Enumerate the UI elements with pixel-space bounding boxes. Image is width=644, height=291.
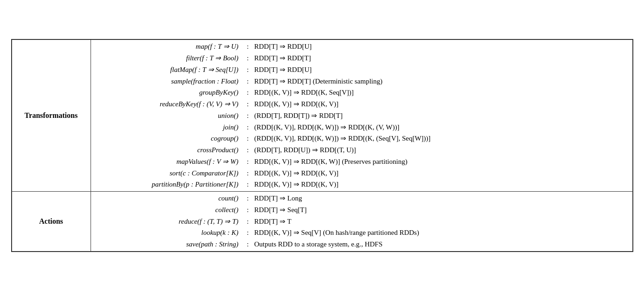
operation-row: lookup(k : K) : RDD[(K, V)] ⇒ Seq[V] (On…: [93, 227, 631, 239]
operation-name: count(): [93, 193, 241, 204]
operation-name: sample(fraction : Float): [93, 76, 241, 87]
operation-name: crossProduct(): [93, 144, 241, 156]
operation-row: groupByKey() : RDD[(K, V)] ⇒ RDD[(K, Seq…: [93, 87, 631, 98]
operation-name: sort(c : Comparator[K]): [93, 168, 241, 179]
operation-row: reduceByKey(f : (V, V) ⇒ V) : RDD[(K, V)…: [93, 98, 631, 110]
operation-signature: (RDD[(K, V)], RDD[(K, W)]) ⇒ RDD[(K, (Se…: [254, 133, 431, 144]
category-cell: Actions: [12, 192, 91, 252]
operation-row: flatMap(f : T ⇒ Seq[U]) : RDD[T] ⇒ RDD[U…: [93, 64, 631, 76]
operation-colon: :: [241, 227, 254, 239]
operation-colon: :: [241, 133, 254, 144]
operation-signature: RDD[T] ⇒ Seq[T]: [254, 204, 307, 216]
operation-name: flatMap(f : T ⇒ Seq[U]): [93, 64, 241, 76]
operation-row: reduce(f : (T, T) ⇒ T) : RDD[T] ⇒ T: [93, 216, 631, 227]
operation-name: mapValues(f : V ⇒ W): [93, 156, 241, 168]
operation-row: map(f : T ⇒ U) : RDD[T] ⇒ RDD[U]: [93, 41, 631, 52]
operation-signature: RDD[T] ⇒ RDD[T] (Deterministic sampling): [254, 76, 383, 87]
operation-row: crossProduct() : (RDD[T], RDD[U]) ⇒ RDD[…: [93, 144, 631, 156]
operation-colon: :: [241, 156, 254, 168]
operation-signature: RDD[T] ⇒ RDD[U]: [254, 41, 312, 52]
operation-signature: RDD[(K, V)] ⇒ RDD[(K, V)]: [254, 98, 339, 110]
operation-row: count() : RDD[T] ⇒ Long: [93, 193, 631, 204]
operation-signature: (RDD[(K, V)], RDD[(K, W)]) ⇒ RDD[(K, (V,…: [254, 122, 400, 133]
operation-colon: :: [241, 110, 254, 122]
operation-row: union() : (RDD[T], RDD[T]) ⇒ RDD[T]: [93, 110, 631, 122]
operation-signature: RDD[T] ⇒ Long: [254, 193, 302, 204]
operation-name: groupByKey(): [93, 87, 241, 98]
operation-row: save(path : String) : Outputs RDD to a s…: [93, 239, 631, 250]
operation-signature: RDD[(K, V)] ⇒ RDD[(K, V)]: [254, 168, 339, 179]
operation-row: filter(f : T ⇒ Bool) : RDD[T] ⇒ RDD[T]: [93, 52, 631, 64]
operation-signature: RDD[(K, V)] ⇒ RDD[(K, W)] (Preserves par…: [254, 156, 408, 168]
operation-signature: RDD[T] ⇒ RDD[U]: [254, 64, 312, 76]
operation-colon: :: [241, 122, 254, 133]
operation-colon: :: [241, 52, 254, 64]
operation-name: filter(f : T ⇒ Bool): [93, 52, 241, 64]
operation-signature: RDD[(K, V)] ⇒ RDD[(K, Seq[V])]: [254, 87, 354, 98]
operations-cell: count() : RDD[T] ⇒ Long collect() : RDD[…: [91, 192, 632, 252]
operation-colon: :: [241, 168, 254, 179]
category-label: Actions: [39, 217, 63, 225]
operation-signature: RDD[(K, V)] ⇒ Seq[V] (On hash/range part…: [254, 227, 419, 239]
operation-name: reduceByKey(f : (V, V) ⇒ V): [93, 98, 241, 110]
operation-row: sample(fraction : Float) : RDD[T] ⇒ RDD[…: [93, 76, 631, 87]
operation-signature: (RDD[T], RDD[T]) ⇒ RDD[T]: [254, 110, 343, 122]
operation-colon: :: [241, 204, 254, 216]
operation-colon: :: [241, 76, 254, 87]
operation-colon: :: [241, 144, 254, 156]
operation-name: collect(): [93, 204, 241, 216]
operations-cell: map(f : T ⇒ U) : RDD[T] ⇒ RDD[U] filter(…: [91, 40, 632, 192]
operation-colon: :: [241, 41, 254, 52]
operation-signature: Outputs RDD to a storage system, e.g., H…: [254, 239, 383, 250]
operation-name: join(): [93, 122, 241, 133]
operation-colon: :: [241, 193, 254, 204]
operation-signature: RDD[(K, V)] ⇒ RDD[(K, V)]: [254, 179, 339, 190]
operation-name: map(f : T ⇒ U): [93, 41, 241, 52]
operation-row: partitionBy(p : Partitioner[K]) : RDD[(K…: [93, 179, 631, 190]
operation-row: collect() : RDD[T] ⇒ Seq[T]: [93, 204, 631, 216]
operation-row: cogroup() : (RDD[(K, V)], RDD[(K, W)]) ⇒…: [93, 133, 631, 144]
operation-signature: (RDD[T], RDD[U]) ⇒ RDD[(T, U)]: [254, 144, 356, 156]
main-table: Transformations map(f : T ⇒ U) : RDD[T] …: [11, 39, 633, 252]
category-cell: Transformations: [12, 40, 91, 192]
operation-name: reduce(f : (T, T) ⇒ T): [93, 216, 241, 227]
operation-row: join() : (RDD[(K, V)], RDD[(K, W)]) ⇒ RD…: [93, 122, 631, 133]
operation-row: mapValues(f : V ⇒ W) : RDD[(K, V)] ⇒ RDD…: [93, 156, 631, 168]
operation-colon: :: [241, 98, 254, 110]
operation-signature: RDD[T] ⇒ RDD[T]: [254, 52, 311, 64]
operation-name: lookup(k : K): [93, 227, 241, 239]
operation-name: cogroup(): [93, 133, 241, 144]
operation-colon: :: [241, 216, 254, 227]
operation-row: sort(c : Comparator[K]) : RDD[(K, V)] ⇒ …: [93, 168, 631, 179]
operation-colon: :: [241, 179, 254, 190]
operation-colon: :: [241, 87, 254, 98]
operation-signature: RDD[T] ⇒ T: [254, 216, 292, 227]
category-label: Transformations: [25, 111, 78, 119]
operation-name: save(path : String): [93, 239, 241, 250]
operation-name: union(): [93, 110, 241, 122]
operation-name: partitionBy(p : Partitioner[K]): [93, 179, 241, 190]
operation-colon: :: [241, 64, 254, 76]
operation-colon: :: [241, 239, 254, 250]
